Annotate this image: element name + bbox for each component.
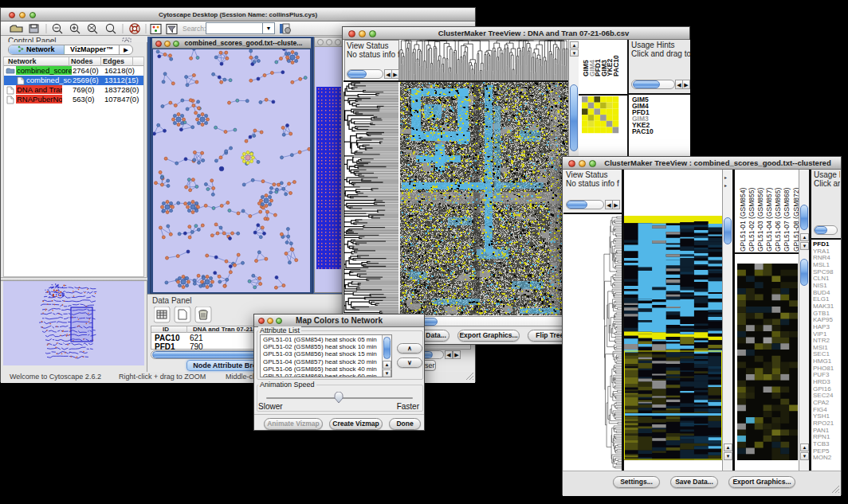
svg-text:Search:: Search: [183,25,206,33]
